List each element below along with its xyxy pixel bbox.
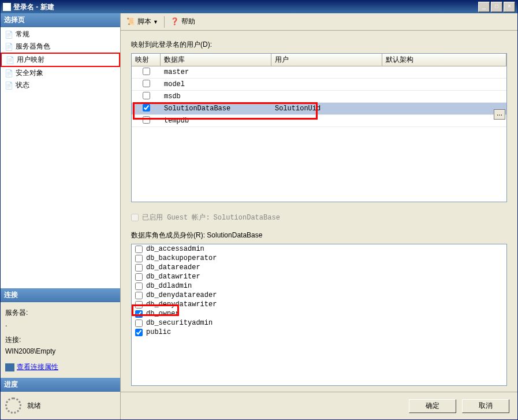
help-label: 帮助	[181, 17, 195, 27]
map-checkbox[interactable]	[143, 80, 150, 87]
view-connection-properties-link[interactable]: 查看连接属性	[5, 362, 115, 372]
table-row[interactable]: msdb	[132, 91, 506, 103]
role-item[interactable]: db_backupoperator	[132, 254, 506, 263]
titlebar[interactable]: 登录名 - 新建 _ □ ×	[1, 1, 517, 13]
link-text: 查看连接属性	[17, 362, 58, 372]
role-checkbox[interactable]	[135, 329, 143, 336]
map-checkbox[interactable]	[143, 92, 150, 99]
cancel-button[interactable]: 取消	[462, 399, 509, 413]
role-checkbox[interactable]	[135, 310, 143, 318]
guest-db: SolutionDataBase	[214, 214, 280, 222]
dropdown-icon: ▼	[153, 19, 158, 25]
table-row[interactable]: model	[132, 79, 506, 91]
script-icon: 📜	[126, 17, 136, 27]
main-panel: 📜 脚本 ▼ ❓ 帮助 映射到此登录名的用户(D): 映射 数据库 用户	[121, 13, 517, 419]
role-checkbox[interactable]	[135, 283, 143, 290]
role-name: db_datareader	[146, 263, 200, 272]
minimize-button[interactable]: _	[478, 2, 490, 12]
maximize-button[interactable]: □	[491, 2, 502, 12]
connection-label: 连接:	[5, 335, 115, 345]
page-icon: 📄	[4, 81, 13, 90]
help-button[interactable]: ❓ 帮助	[168, 16, 197, 28]
page-icon: 📄	[4, 69, 13, 77]
nav-label: 状态	[16, 80, 29, 90]
nav-user-mapping[interactable]: 📄 用户映射	[1, 53, 120, 67]
app-icon	[3, 3, 11, 11]
grid-header: 映射 数据库 用户 默认架构	[132, 54, 506, 66]
db-cell: model	[161, 80, 271, 88]
server-label: 服务器:	[5, 308, 115, 318]
db-cell: SolutionDataBase	[161, 105, 271, 113]
separator	[164, 16, 165, 28]
nav-status[interactable]: 📄 状态	[1, 79, 120, 91]
role-checkbox[interactable]	[135, 255, 143, 262]
role-item[interactable]: public	[132, 328, 506, 337]
col-schema[interactable]: 默认架构	[382, 54, 506, 66]
role-item[interactable]: db_securityadmin	[132, 318, 506, 328]
col-db[interactable]: 数据库	[161, 54, 271, 66]
properties-icon	[5, 363, 14, 371]
map-checkbox[interactable]	[143, 116, 150, 124]
role-checkbox[interactable]	[135, 319, 143, 327]
role-item[interactable]: db_datawriter	[132, 272, 506, 281]
role-item[interactable]: db_denydatareader	[132, 291, 506, 300]
role-checkbox[interactable]	[135, 292, 143, 299]
progress-status: 就绪	[27, 401, 41, 411]
role-checkbox[interactable]	[135, 301, 143, 309]
nav-general[interactable]: 📄 常规	[1, 28, 120, 40]
col-map[interactable]: 映射	[132, 54, 161, 66]
col-user[interactable]: 用户	[271, 54, 382, 66]
roles-label-prefix: 数据库角色成员身份(R):	[131, 231, 205, 239]
page-nav-list: 📄 常规 📄 服务器角色 📄 用户映射 📄 安全对象 📄 状态	[1, 27, 120, 92]
roles-label-db: SolutionDataBase	[207, 231, 262, 239]
table-row[interactable]: SolutionDataBaseSolutionUid	[132, 103, 506, 115]
role-name: db_datawriter	[146, 273, 200, 281]
nav-server-roles[interactable]: 📄 服务器角色	[1, 40, 120, 53]
login-new-dialog: 登录名 - 新建 _ □ × 选择页 📄 常规 📄 服务器角色 📄 用户映射	[0, 0, 518, 420]
table-row[interactable]: master	[132, 66, 506, 79]
role-checkbox[interactable]	[135, 246, 143, 253]
connection-value: WIN2008\Empty	[5, 347, 115, 355]
db-cell: tempdb	[161, 117, 271, 125]
role-name: db_denydatawriter	[146, 300, 217, 309]
nav-label: 安全对象	[16, 68, 43, 78]
nav-label: 服务器角色	[16, 42, 50, 51]
close-button[interactable]: ×	[504, 2, 515, 12]
role-item[interactable]: db_denydatawriter	[132, 300, 506, 309]
sidebar: 选择页 📄 常规 📄 服务器角色 📄 用户映射 📄 安全对象	[1, 13, 121, 419]
progress-panel: 就绪	[1, 392, 120, 419]
table-row[interactable]: tempdb	[132, 115, 506, 127]
role-name: db_denydatareader	[146, 291, 217, 299]
role-item[interactable]: db_datareader	[132, 263, 506, 272]
progress-header: 进度	[1, 378, 120, 392]
role-name: db_backupoperator	[146, 254, 217, 262]
mapping-label: 映射到此登录名的用户(D):	[131, 40, 507, 50]
page-icon: 📄	[4, 43, 13, 51]
map-checkbox[interactable]	[143, 68, 150, 75]
user-mapping-grid[interactable]: 映射 数据库 用户 默认架构 mastermodelmsdbSolutionDa…	[131, 53, 507, 202]
role-checkbox[interactable]	[135, 273, 143, 281]
role-item[interactable]: db_owner	[132, 309, 506, 318]
script-button[interactable]: 📜 脚本 ▼	[124, 16, 161, 28]
role-name: db_accessadmin	[146, 245, 204, 253]
page-icon: 📄	[5, 56, 14, 64]
role-name: db_owner	[146, 310, 180, 318]
role-item[interactable]: db_ddladmin	[132, 281, 506, 291]
window-title: 登录名 - 新建	[13, 2, 478, 12]
db-cell: master	[161, 68, 271, 76]
nav-securables[interactable]: 📄 安全对象	[1, 67, 120, 79]
toolbar: 📜 脚本 ▼ ❓ 帮助	[121, 13, 517, 31]
role-name: public	[146, 328, 171, 336]
guest-enabled-row: 已启用 Guest 帐户: SolutionDataBase	[131, 213, 507, 222]
role-item[interactable]: db_accessadmin	[132, 244, 506, 254]
guest-label: 已启用 Guest 帐户:	[142, 213, 210, 222]
roles-label: 数据库角色成员身份(R): SolutionDataBase	[131, 231, 507, 240]
role-checkbox[interactable]	[135, 264, 143, 272]
select-page-header: 选择页	[1, 13, 120, 27]
server-value: .	[5, 320, 115, 328]
connection-panel: 服务器: . 连接: WIN2008\Empty 查看连接属性	[1, 302, 120, 378]
ok-button[interactable]: 确定	[409, 399, 456, 413]
role-name: db_securityadmin	[146, 319, 213, 327]
map-checkbox[interactable]	[143, 104, 150, 111]
roles-list[interactable]: db_accessadmindb_backupoperatordb_datare…	[131, 244, 507, 386]
